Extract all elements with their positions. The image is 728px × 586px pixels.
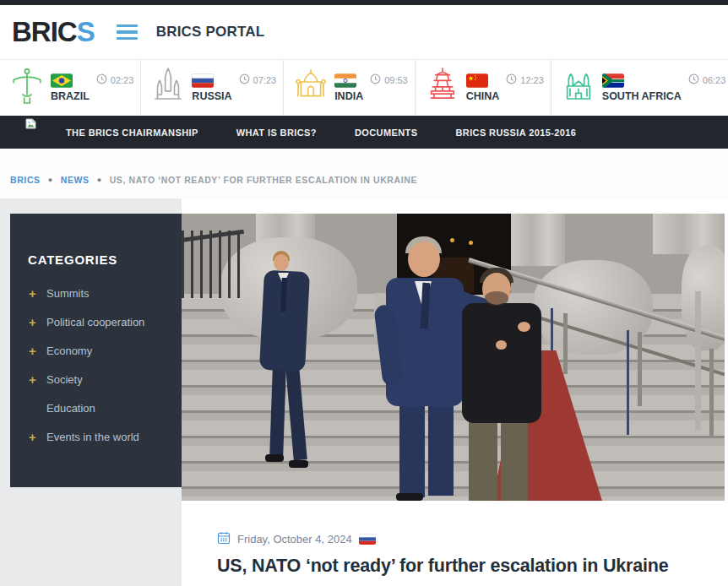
clock-icon <box>96 73 107 86</box>
country-time: 09:53 <box>370 73 408 86</box>
plus-icon[interactable]: + <box>28 286 37 301</box>
plus-icon[interactable]: + <box>28 430 37 444</box>
sidebar-item-label: Summits <box>46 287 90 300</box>
sidebar-title: CATEGORIES <box>28 252 170 267</box>
china-flag-icon <box>466 73 500 88</box>
country-name: RUSSIA <box>192 90 231 102</box>
brics-logo[interactable]: BRICS <box>12 16 95 48</box>
rail-post <box>709 349 714 437</box>
breadcrumb: BRICS ● NEWS ● US, NATO ‘NOT READY’ FOR … <box>0 149 728 198</box>
rutte-hand <box>518 322 530 332</box>
official-figure <box>265 454 284 462</box>
article-column: Friday, October 4, 2024 US, NATO ‘not re… <box>182 198 728 586</box>
chrome-post <box>695 291 701 431</box>
country-time: 02:23 <box>96 73 134 86</box>
hamburger-menu-icon[interactable] <box>117 24 138 41</box>
south-africa-flag-icon <box>602 73 682 88</box>
breadcrumb-separator: ● <box>48 176 53 184</box>
breadcrumb-current: US, NATO ‘NOT READY’ FOR FURTHER ESCALAT… <box>110 175 417 185</box>
country-time: 06:23 <box>688 73 726 86</box>
rutte-figure <box>408 241 440 277</box>
header: BRICS BRICS PORTAL <box>0 5 728 59</box>
christ-the-redeemer-icon <box>10 65 44 111</box>
sidebar-item-education[interactable]: +Education <box>28 393 170 422</box>
sidebar-item-events-in-the-world[interactable]: +Events in the world <box>28 422 170 451</box>
logo-dark-text: BRIC <box>12 16 77 47</box>
breadcrumb-link-news[interactable]: NEWS <box>61 175 90 185</box>
nav-item-documents[interactable]: DOCUMENTS <box>355 128 418 138</box>
country-name: SOUTH AFRICA <box>602 90 682 102</box>
plus-icon[interactable]: + <box>28 315 37 329</box>
country-cell-china[interactable]: CHINA 12:23 <box>415 60 551 116</box>
sidebar-item-economy[interactable]: +Economy <box>28 336 170 365</box>
country-name: BRAZIL <box>51 90 90 102</box>
country-time: 07:23 <box>239 73 277 86</box>
article-meta: Friday, October 4, 2024 <box>217 531 725 547</box>
sidebar-item-summits[interactable]: +Summits <box>28 279 170 307</box>
breadcrumb-separator: ● <box>97 176 102 184</box>
article-photo <box>182 214 725 501</box>
zelensky-figure <box>501 420 528 501</box>
article-date: Friday, October 4, 2024 <box>237 533 352 545</box>
broken-image-icon <box>25 117 36 133</box>
clock-icon <box>688 73 699 86</box>
sidebar-item-label: Economy <box>46 345 92 357</box>
country-cell-india[interactable]: INDIA 09:53 <box>283 60 415 116</box>
zelensky-figure <box>485 291 508 306</box>
rutte-figure <box>428 404 454 496</box>
country-name: INDIA <box>334 90 363 102</box>
official-figure <box>274 254 289 271</box>
zelensky-figure <box>496 340 507 350</box>
logo-accent-text: S <box>77 16 95 47</box>
content-section: CATEGORIES +Summits +Political cooperati… <box>0 198 728 586</box>
russia-flag-icon <box>192 73 231 88</box>
sidebar-item-label: Education <box>46 402 95 415</box>
categories-sidebar: CATEGORIES +Summits +Political cooperati… <box>10 214 182 487</box>
sidebar-item-label: Society <box>46 373 83 386</box>
nav-item-chairmanship[interactable]: THE BRICS CHAIRMANSHIP <box>66 128 198 138</box>
plus-icon[interactable]: + <box>28 344 37 358</box>
portal-title: BRICS PORTAL <box>156 24 265 41</box>
russia-flag-icon <box>359 534 376 545</box>
union-buildings-icon <box>562 65 595 111</box>
nav-item-what-is-brics[interactable]: WHAT IS BRICS? <box>236 128 317 138</box>
india-flag-icon <box>334 73 363 88</box>
sidebar-item-label: Events in the world <box>46 431 139 443</box>
temple-of-heaven-icon <box>426 65 459 111</box>
official-figure <box>289 460 308 468</box>
country-cell-brazil[interactable]: BRAZIL 02:23 <box>0 60 140 116</box>
pole <box>627 330 629 435</box>
clock-icon <box>239 73 250 86</box>
brazil-flag-icon <box>51 73 90 88</box>
sidebar-item-political-cooperation[interactable]: +Political cooperation <box>28 307 170 336</box>
breadcrumb-link-brics[interactable]: BRICS <box>10 175 41 185</box>
main-nav: THE BRICS CHAIRMANSHIP WHAT IS BRICS? DO… <box>0 116 728 149</box>
sidebar-item-society[interactable]: +Society <box>28 365 170 393</box>
clock-icon <box>370 73 381 86</box>
taj-mahal-icon <box>294 65 328 111</box>
rail-post <box>563 313 568 374</box>
left-column: CATEGORIES +Summits +Political cooperati… <box>0 198 182 586</box>
calendar-icon <box>217 531 231 547</box>
rail-post <box>638 332 642 406</box>
kremlin-icon <box>151 65 185 111</box>
clock-icon <box>506 73 517 86</box>
country-clock-bar: BRAZIL 02:23 RUSSIA 07:23 <box>0 59 728 116</box>
column <box>509 214 565 266</box>
article-title: US, NATO ‘not ready’ for further escalat… <box>217 556 725 577</box>
page: BRICS BRICS PORTAL BRAZIL 02:23 RUS <box>0 0 728 586</box>
country-time: 12:23 <box>506 73 544 86</box>
rutte-figure <box>399 404 425 497</box>
plus-icon[interactable]: + <box>28 372 37 387</box>
zelensky-figure <box>469 420 497 501</box>
country-name: CHINA <box>466 90 500 102</box>
rutte-figure <box>396 493 423 501</box>
lamp <box>469 241 473 245</box>
lamp <box>450 238 454 242</box>
sidebar-item-label: Political cooperation <box>46 316 144 328</box>
country-cell-south-africa[interactable]: SOUTH AFRICA 06:23 <box>551 60 728 116</box>
nav-item-brics-russia[interactable]: BRICS RUSSIA 2015-2016 <box>455 128 576 138</box>
country-cell-russia[interactable]: RUSSIA 07:23 <box>140 60 283 116</box>
